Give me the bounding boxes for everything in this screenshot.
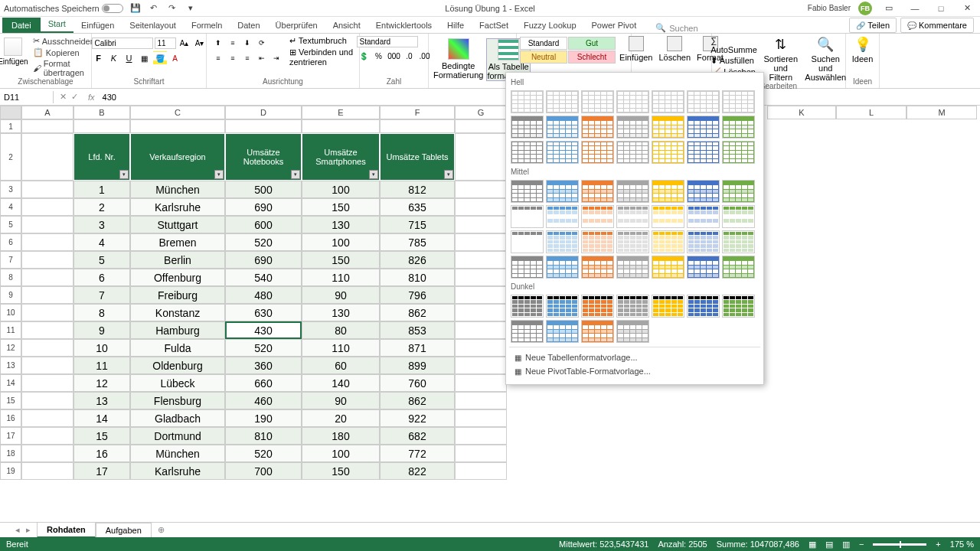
table-style-dark[interactable] bbox=[687, 295, 720, 318]
table-style-light[interactable] bbox=[722, 116, 755, 139]
table-style-medium[interactable] bbox=[546, 205, 579, 228]
table-style-light[interactable] bbox=[616, 90, 649, 113]
table-cell[interactable]: 130 bbox=[302, 216, 380, 233]
autosave-toggle[interactable]: Automatisches Speichern bbox=[4, 4, 123, 13]
table-cell[interactable]: Hamburg bbox=[130, 321, 225, 339]
table-style-dark[interactable] bbox=[616, 320, 649, 343]
table-cell[interactable]: Karlsruhe bbox=[130, 198, 225, 216]
table-style-medium[interactable] bbox=[616, 230, 649, 253]
table-cell[interactable]: 826 bbox=[380, 251, 455, 269]
table-cell[interactable]: 17 bbox=[74, 462, 130, 480]
fill-button[interactable]: ⬇ Ausfüllen bbox=[710, 56, 757, 66]
enter-formula-icon[interactable]: ✓ bbox=[71, 92, 78, 102]
view-normal-icon[interactable]: ▦ bbox=[808, 540, 816, 549]
table-header[interactable]: Verkaufsregion▾ bbox=[130, 133, 225, 181]
filter-icon[interactable]: ▾ bbox=[444, 170, 453, 179]
ribbon-mode-icon[interactable]: ▭ bbox=[880, 2, 898, 15]
table-cell[interactable]: 9 bbox=[74, 321, 130, 339]
cut-button[interactable]: ✂ Ausschneiden bbox=[33, 36, 95, 46]
table-cell[interactable]: 190 bbox=[225, 409, 302, 427]
undo-icon[interactable]: ↶ bbox=[148, 2, 160, 15]
table-style-medium[interactable] bbox=[616, 205, 649, 228]
tab-developer[interactable]: Entwicklertools bbox=[368, 18, 439, 33]
table-style-medium[interactable] bbox=[652, 205, 684, 228]
table-style-light[interactable] bbox=[581, 141, 614, 164]
orientation-icon[interactable]: ⟳ bbox=[255, 36, 269, 50]
row-header[interactable]: 13 bbox=[0, 357, 21, 374]
avatar[interactable]: FB bbox=[858, 2, 872, 15]
table-style-light[interactable] bbox=[546, 90, 579, 113]
table-cell[interactable]: 690 bbox=[225, 198, 302, 216]
table-cell[interactable]: 20 bbox=[302, 409, 380, 427]
table-style-light[interactable] bbox=[687, 116, 720, 139]
col-header[interactable]: L bbox=[836, 106, 906, 119]
sheet-nav-next-icon[interactable]: ▸ bbox=[26, 525, 31, 535]
table-cell[interactable]: 180 bbox=[302, 427, 380, 445]
table-cell[interactable]: 635 bbox=[380, 198, 455, 216]
percent-icon[interactable]: % bbox=[372, 49, 386, 63]
align-top-icon[interactable]: ⬆ bbox=[211, 36, 225, 50]
table-style-medium[interactable] bbox=[546, 256, 579, 279]
align-bottom-icon[interactable]: ⬇ bbox=[240, 36, 254, 50]
view-layout-icon[interactable]: ▤ bbox=[825, 540, 833, 549]
table-cell[interactable]: 14 bbox=[74, 409, 130, 427]
table-style-medium[interactable] bbox=[581, 205, 614, 228]
table-header[interactable]: Umsätze Smartphones▾ bbox=[302, 133, 380, 181]
table-style-dark[interactable] bbox=[581, 320, 614, 343]
align-right-icon[interactable]: ≡ bbox=[240, 51, 254, 65]
table-cell[interactable]: 810 bbox=[225, 427, 302, 445]
row-header[interactable]: 9 bbox=[0, 286, 21, 304]
increase-font-icon[interactable]: A▴ bbox=[178, 36, 191, 50]
table-cell[interactable]: Flensburg bbox=[130, 392, 225, 409]
col-header[interactable]: M bbox=[906, 106, 977, 119]
table-cell[interactable]: Fulda bbox=[130, 339, 225, 357]
table-cell[interactable]: Berlin bbox=[130, 251, 225, 269]
table-cell[interactable]: 2 bbox=[74, 198, 130, 216]
new-pivot-style-link[interactable]: ▦ Neue PivotTable-Formatvorlage... bbox=[512, 364, 757, 378]
select-all-corner[interactable] bbox=[0, 106, 21, 119]
table-style-medium[interactable] bbox=[511, 205, 544, 228]
style-schlecht[interactable]: Schlecht bbox=[568, 51, 616, 64]
table-cell[interactable]: 100 bbox=[302, 181, 380, 198]
delete-cells-button[interactable]: Löschen bbox=[659, 36, 691, 62]
maximize-icon[interactable]: □ bbox=[932, 2, 950, 15]
table-cell[interactable]: 899 bbox=[380, 357, 455, 374]
table-cell[interactable]: 10 bbox=[74, 339, 130, 357]
col-header[interactable]: E bbox=[302, 106, 380, 119]
table-cell[interactable]: 12 bbox=[74, 374, 130, 392]
style-neutral[interactable]: Neutral bbox=[520, 51, 567, 64]
table-style-medium[interactable] bbox=[581, 256, 614, 279]
zoom-slider[interactable] bbox=[873, 543, 926, 546]
table-style-medium[interactable] bbox=[546, 230, 579, 253]
font-size-select[interactable]: 11 bbox=[155, 37, 176, 49]
table-cell[interactable]: 110 bbox=[302, 339, 380, 357]
qat-more-icon[interactable]: ▾ bbox=[185, 2, 197, 15]
tab-start[interactable]: Start bbox=[41, 16, 74, 33]
minimize-icon[interactable]: — bbox=[906, 2, 924, 15]
insert-cells-button[interactable]: Einfügen bbox=[619, 36, 652, 62]
table-style-light[interactable] bbox=[722, 90, 755, 113]
thousands-icon[interactable]: 000 bbox=[387, 49, 401, 63]
col-header[interactable]: G bbox=[455, 106, 507, 119]
filter-icon[interactable]: ▾ bbox=[291, 170, 300, 179]
table-cell[interactable]: 13 bbox=[74, 392, 130, 409]
fx-icon[interactable]: fx bbox=[84, 93, 99, 102]
table-cell[interactable]: 1 bbox=[74, 181, 130, 198]
table-cell[interactable]: 4 bbox=[74, 233, 130, 251]
table-cell[interactable]: Stuttgart bbox=[130, 216, 225, 233]
table-style-medium[interactable] bbox=[511, 180, 544, 203]
row-header[interactable]: 7 bbox=[0, 251, 21, 269]
paste-button[interactable]: Einfügen bbox=[0, 36, 30, 77]
row-header[interactable]: 16 bbox=[0, 409, 21, 427]
filter-icon[interactable]: ▾ bbox=[119, 170, 129, 179]
table-cell[interactable]: Gladbach bbox=[130, 409, 225, 427]
row-header[interactable]: 3 bbox=[0, 181, 21, 198]
col-header[interactable]: C bbox=[130, 106, 225, 119]
table-style-light[interactable] bbox=[616, 116, 649, 139]
row-header[interactable]: 11 bbox=[0, 321, 21, 339]
table-cell[interactable]: Offenburg bbox=[130, 269, 225, 286]
table-style-medium[interactable] bbox=[687, 256, 720, 279]
table-style-light[interactable] bbox=[722, 141, 755, 164]
tab-formulas[interactable]: Formeln bbox=[184, 18, 230, 33]
table-cell[interactable]: 812 bbox=[380, 181, 455, 198]
